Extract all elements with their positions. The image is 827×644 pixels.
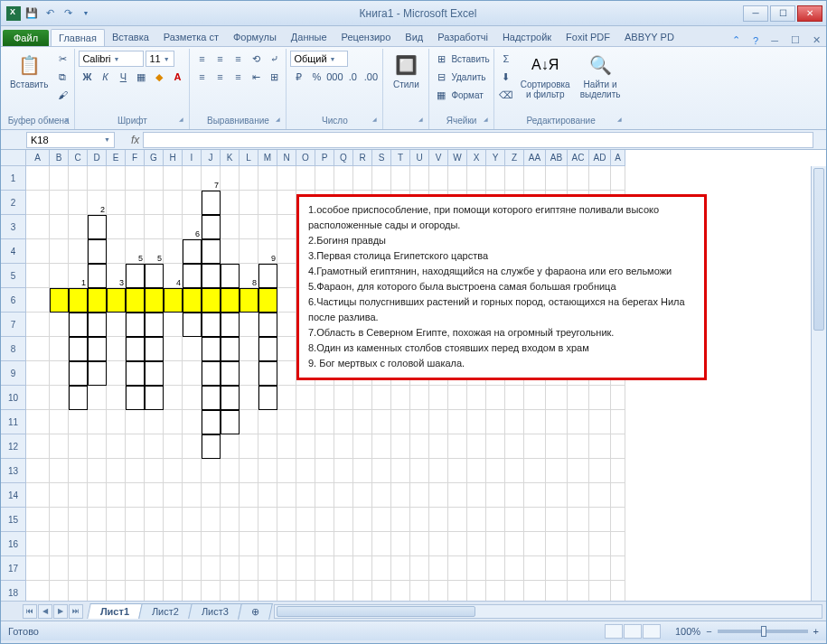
cell[interactable] xyxy=(69,434,88,459)
underline-icon[interactable]: Ч xyxy=(115,69,131,85)
cell[interactable] xyxy=(315,581,334,601)
cell[interactable] xyxy=(353,483,372,508)
maximize-button[interactable]: ☐ xyxy=(770,5,795,22)
crossword-cell[interactable] xyxy=(145,288,164,313)
page-layout-view-icon[interactable] xyxy=(624,624,642,639)
crossword-cell[interactable] xyxy=(202,239,221,264)
cell[interactable] xyxy=(568,166,589,191)
wrap-text-icon[interactable]: ⤶ xyxy=(266,51,282,67)
cell[interactable] xyxy=(372,508,391,532)
cell[interactable] xyxy=(258,215,277,239)
cell[interactable] xyxy=(524,483,546,508)
align-left-icon[interactable]: ≡ xyxy=(193,69,210,85)
cell[interactable] xyxy=(372,556,391,581)
cell[interactable] xyxy=(183,556,202,581)
sheet-tab[interactable]: Лист1 xyxy=(87,603,143,619)
cell[interactable] xyxy=(277,483,296,508)
cell[interactable] xyxy=(410,483,429,508)
col-header[interactable]: X xyxy=(467,150,486,166)
crossword-cell[interactable] xyxy=(145,313,164,337)
cell[interactable] xyxy=(240,459,258,483)
crossword-cell[interactable] xyxy=(258,264,277,288)
cell[interactable] xyxy=(88,556,107,581)
cell[interactable] xyxy=(107,556,126,581)
cell[interactable] xyxy=(611,459,625,483)
cell[interactable] xyxy=(88,532,107,556)
cell[interactable] xyxy=(277,410,296,434)
row-header[interactable]: 13 xyxy=(1,459,26,483)
row-header[interactable]: 17 xyxy=(1,556,26,581)
cell[interactable] xyxy=(410,386,429,410)
cell[interactable] xyxy=(296,434,315,459)
ribbon-tab-8[interactable]: Надстройк xyxy=(495,29,559,46)
cell[interactable] xyxy=(546,166,568,191)
col-header[interactable]: P xyxy=(315,150,334,166)
cell[interactable] xyxy=(164,361,183,386)
cell[interactable] xyxy=(372,483,391,508)
crossword-cell[interactable] xyxy=(164,288,183,313)
bold-icon[interactable]: Ж xyxy=(79,69,95,85)
ribbon-tab-9[interactable]: Foxit PDF xyxy=(559,29,617,46)
cell[interactable] xyxy=(258,483,277,508)
cell[interactable] xyxy=(277,337,296,361)
cell[interactable] xyxy=(107,337,126,361)
cell[interactable] xyxy=(164,191,183,215)
cell[interactable] xyxy=(296,532,315,556)
cell[interactable] xyxy=(467,483,486,508)
insert-cells-icon[interactable]: ⊞ xyxy=(433,51,449,67)
cell[interactable] xyxy=(589,386,611,410)
cell[interactable] xyxy=(611,434,625,459)
cell[interactable] xyxy=(429,532,448,556)
cell[interactable] xyxy=(258,459,277,483)
font-color-icon[interactable]: A xyxy=(169,69,185,85)
cell[interactable] xyxy=(486,459,505,483)
font-name-combo[interactable]: Calibri▼ xyxy=(79,51,144,67)
cell[interactable] xyxy=(145,434,164,459)
horizontal-scrollbar[interactable] xyxy=(274,604,822,619)
crossword-cell[interactable] xyxy=(258,288,277,313)
align-center-icon[interactable]: ≡ xyxy=(211,69,228,85)
cell[interactable] xyxy=(26,337,50,361)
cell[interactable] xyxy=(126,581,145,601)
number-format-combo[interactable]: Общий▼ xyxy=(290,51,348,67)
col-header[interactable]: D xyxy=(88,150,107,166)
cell[interactable] xyxy=(524,556,546,581)
cell[interactable] xyxy=(391,581,410,601)
cell[interactable] xyxy=(611,581,625,601)
cell[interactable] xyxy=(429,508,448,532)
cell[interactable] xyxy=(372,532,391,556)
cell[interactable] xyxy=(505,410,524,434)
cell[interactable] xyxy=(315,434,334,459)
cell[interactable] xyxy=(202,581,221,601)
cell[interactable] xyxy=(240,410,258,434)
cell[interactable] xyxy=(467,410,486,434)
cell[interactable] xyxy=(221,459,240,483)
font-size-combo[interactable]: 11▼ xyxy=(146,51,174,67)
cell[interactable] xyxy=(611,386,625,410)
cell[interactable] xyxy=(546,434,568,459)
cell[interactable] xyxy=(88,581,107,601)
fill-color-icon[interactable]: ◆ xyxy=(151,69,167,85)
cell[interactable] xyxy=(240,239,258,264)
cell[interactable] xyxy=(277,191,296,215)
fill-icon[interactable]: ⬇ xyxy=(498,69,514,85)
col-header[interactable]: L xyxy=(240,150,258,166)
cell[interactable] xyxy=(277,288,296,313)
cell[interactable] xyxy=(448,166,467,191)
cell[interactable] xyxy=(467,386,486,410)
col-header[interactable]: AC xyxy=(568,150,589,166)
border-icon[interactable]: ▦ xyxy=(133,69,149,85)
row-header[interactable]: 16 xyxy=(1,532,26,556)
cell[interactable] xyxy=(546,508,568,532)
cell[interactable] xyxy=(410,434,429,459)
cell[interactable] xyxy=(486,556,505,581)
cell[interactable] xyxy=(240,215,258,239)
cell[interactable] xyxy=(334,508,353,532)
cell[interactable] xyxy=(221,239,240,264)
cell[interactable] xyxy=(546,386,568,410)
cell[interactable] xyxy=(258,581,277,601)
cut-icon[interactable]: ✂ xyxy=(54,51,70,67)
doc-restore-icon[interactable]: ☐ xyxy=(785,34,805,46)
cell[interactable] xyxy=(391,459,410,483)
cell[interactable] xyxy=(50,556,69,581)
